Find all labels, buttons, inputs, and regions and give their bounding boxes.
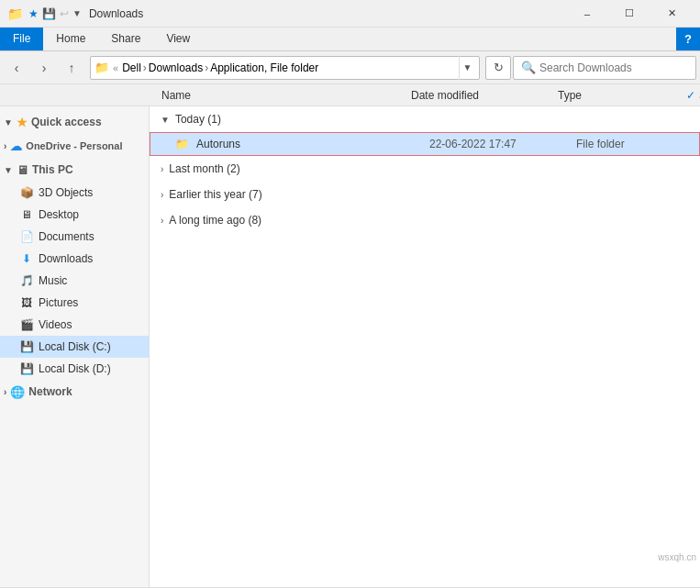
3d-objects-icon: 📦: [18, 186, 35, 199]
sidebar-item-local-c-label: Local Disk (C:): [39, 340, 111, 353]
sidebar-item-desktop[interactable]: 🖥 Desktop: [0, 204, 149, 226]
group-last-month[interactable]: › Last month (2): [150, 156, 700, 182]
sidebar: ▼ ★ Quick access › ☁ OneDrive - Personal…: [0, 106, 150, 587]
last-month-arrow-icon: ›: [161, 164, 163, 174]
tab-home[interactable]: Home: [43, 27, 98, 50]
column-headers: Name Date modified Type ✓ Size: [0, 84, 700, 106]
network-label: Network: [28, 385, 72, 398]
long-ago-arrow-icon: ›: [161, 216, 163, 226]
group-today-label: Today (1): [175, 113, 221, 126]
address-folder-icon: 📁: [94, 61, 109, 74]
toolbar: ‹ › ↑ 📁 « Dell › Downloads › Application…: [0, 51, 700, 84]
sidebar-item-local-d[interactable]: 💾 Local Disk (D:): [0, 358, 149, 380]
sidebar-item-music-label: Music: [39, 274, 67, 287]
col-size-header[interactable]: ✓ Size: [686, 89, 700, 102]
file-type: File folder: [576, 138, 700, 150]
sidebar-item-pictures-label: Pictures: [39, 296, 78, 309]
file-name: Autoruns: [196, 138, 429, 150]
today-arrow-icon: ▼: [161, 115, 170, 125]
downloads-icon: ⬇: [18, 252, 35, 265]
breadcrumb-sep1: ›: [143, 61, 147, 74]
folder-icon: 📁: [172, 138, 191, 150]
minimize-button[interactable]: –: [566, 0, 608, 28]
sidebar-this-pc[interactable]: ▼ 🖥 This PC: [0, 158, 149, 182]
group-long-ago-label: A long time ago (8): [169, 214, 261, 227]
local-c-icon: 💾: [18, 340, 35, 353]
forward-button[interactable]: ›: [31, 55, 57, 81]
title-expand-icon[interactable]: ▼: [72, 8, 82, 18]
this-pc-label: This PC: [32, 163, 73, 176]
search-bar[interactable]: 🔍: [513, 56, 696, 80]
this-pc-icon: 🖥: [17, 163, 28, 177]
tab-view[interactable]: View: [153, 27, 203, 50]
address-bar[interactable]: 📁 « Dell › Downloads › Application, File…: [90, 56, 480, 80]
col-size-check-icon: ✓: [686, 89, 695, 102]
group-earlier-year-label: Earlier this year (7): [169, 188, 261, 201]
refresh-button[interactable]: ↻: [485, 56, 511, 80]
network-arrow-icon: ›: [4, 387, 6, 397]
breadcrumb-sep2: ›: [205, 61, 208, 74]
quick-access-star-icon: ★: [17, 116, 28, 129]
sidebar-network[interactable]: › 🌐 Network: [0, 380, 149, 404]
sidebar-onedrive[interactable]: › ☁ OneDrive - Personal: [0, 134, 149, 158]
sidebar-item-desktop-label: Desktop: [39, 208, 79, 221]
title-text: Downloads: [89, 7, 566, 20]
quick-access-arrow-icon: ▼: [4, 117, 13, 128]
this-pc-arrow-icon: ▼: [4, 165, 13, 175]
title-save-icon: 💾: [42, 7, 56, 20]
documents-icon: 📄: [18, 230, 35, 243]
sidebar-item-music[interactable]: 🎵 Music: [0, 270, 149, 292]
search-input[interactable]: [539, 61, 688, 74]
music-icon: 🎵: [18, 274, 35, 287]
onedrive-icon: ☁: [10, 139, 22, 153]
breadcrumb: « Dell › Downloads › Application, File f…: [113, 61, 459, 74]
sidebar-quick-access[interactable]: ▼ ★ Quick access: [0, 110, 149, 134]
col-type-header[interactable]: Type: [558, 89, 686, 102]
breadcrumb-dell[interactable]: Dell: [122, 61, 141, 74]
tab-share[interactable]: Share: [98, 27, 153, 50]
table-row[interactable]: 📁 Autoruns 22-06-2022 17:47 File folder: [150, 132, 700, 156]
sidebar-item-local-d-label: Local Disk (D:): [39, 362, 111, 375]
group-earlier-year[interactable]: › Earlier this year (7): [150, 182, 700, 207]
title-icon: 📁: [7, 6, 23, 21]
tab-file[interactable]: File: [0, 27, 43, 50]
videos-icon: 🎬: [18, 318, 35, 331]
group-today[interactable]: ▼ Today (1): [150, 106, 700, 132]
quick-access-label: Quick access: [31, 116, 102, 128]
sidebar-item-documents[interactable]: 📄 Documents: [0, 226, 149, 248]
close-button[interactable]: ✕: [650, 0, 693, 28]
main-layout: ▼ ★ Quick access › ☁ OneDrive - Personal…: [0, 106, 700, 587]
sidebar-item-documents-label: Documents: [39, 230, 94, 243]
group-long-ago[interactable]: › A long time ago (8): [150, 207, 700, 233]
pictures-icon: 🖼: [18, 296, 35, 309]
help-button[interactable]: ?: [676, 27, 700, 50]
address-dropdown-button[interactable]: ▼: [459, 56, 475, 80]
breadcrumb-location[interactable]: Application, File folder: [210, 61, 318, 74]
sidebar-item-videos[interactable]: 🎬 Videos: [0, 314, 149, 336]
up-button[interactable]: ↑: [59, 55, 84, 81]
sidebar-item-downloads-label: Downloads: [39, 252, 93, 265]
onedrive-arrow-icon: ›: [4, 141, 6, 151]
earlier-year-arrow-icon: ›: [161, 190, 163, 200]
col-name-header[interactable]: Name: [154, 89, 411, 102]
content-area[interactable]: ▼ Today (1) 📁 Autoruns 22-06-2022 17:47 …: [150, 106, 700, 587]
breadcrumb-arrow-icon: «: [113, 62, 118, 73]
sidebar-item-videos-label: Videos: [39, 318, 72, 331]
back-button[interactable]: ‹: [4, 55, 29, 81]
col-date-header[interactable]: Date modified: [411, 89, 558, 102]
file-date: 22-06-2022 17:47: [429, 138, 576, 150]
breadcrumb-downloads[interactable]: Downloads: [149, 61, 203, 74]
local-d-icon: 💾: [18, 362, 35, 375]
sidebar-item-local-c[interactable]: 💾 Local Disk (C:): [0, 336, 149, 358]
network-icon: 🌐: [10, 385, 25, 399]
desktop-icon: 🖥: [18, 208, 35, 221]
sidebar-item-pictures[interactable]: 🖼 Pictures: [0, 292, 149, 314]
onedrive-label: OneDrive - Personal: [26, 140, 122, 151]
title-quick-access-icon: ★: [28, 7, 39, 20]
sidebar-item-3d-objects[interactable]: 📦 3D Objects: [0, 182, 149, 204]
ribbon-tabs: File Home Share View ?: [0, 28, 700, 51]
search-icon: 🔍: [521, 61, 536, 74]
title-bar: 📁 ★ 💾 ↩ ▼ Downloads – ☐ ✕: [0, 0, 700, 28]
sidebar-item-downloads[interactable]: ⬇ Downloads: [0, 248, 149, 270]
maximize-button[interactable]: ☐: [608, 0, 650, 28]
